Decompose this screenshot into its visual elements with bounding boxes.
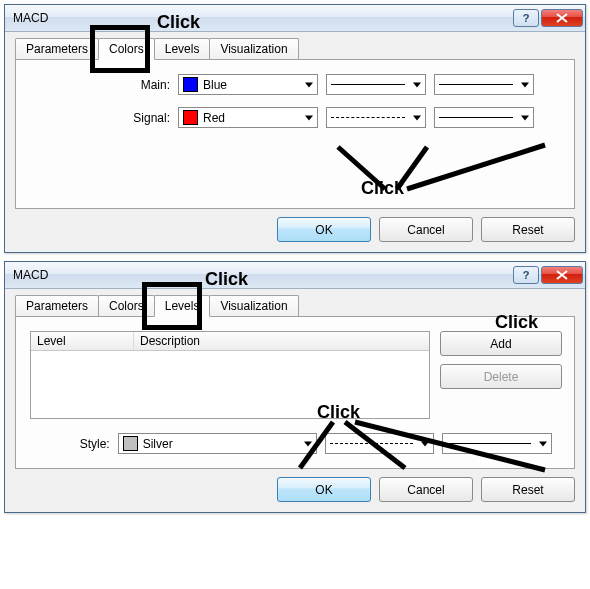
list-header: Level Description (31, 332, 429, 351)
style-color-combo[interactable]: Silver (118, 433, 317, 454)
style-linestyle-combo[interactable] (325, 433, 435, 454)
signal-linewidth-combo[interactable] (434, 107, 534, 128)
tab-visualization[interactable]: Visualization (209, 295, 298, 316)
macd-dialog-levels: MACD ? Parameters Colors Levels Visualiz… (4, 261, 586, 513)
main-label: Main: (30, 78, 178, 92)
main-linewidth-combo[interactable] (434, 74, 534, 95)
tabstrip: Parameters Colors Levels Visualization (15, 295, 575, 316)
tab-colors[interactable]: Colors (98, 295, 155, 316)
signal-color-combo[interactable]: Red (178, 107, 318, 128)
chevron-down-icon (421, 441, 429, 446)
main-linestyle-combo[interactable] (326, 74, 426, 95)
close-button[interactable] (541, 266, 583, 284)
tab-levels[interactable]: Levels (154, 295, 211, 317)
ok-button[interactable]: OK (277, 477, 371, 502)
tabstrip: Parameters Colors Levels Visualization (15, 38, 575, 59)
line-style-icon (330, 443, 414, 444)
chevron-down-icon (413, 115, 421, 120)
main-color-value: Blue (203, 78, 227, 92)
tab-parameters[interactable]: Parameters (15, 38, 99, 59)
ok-button[interactable]: OK (277, 217, 371, 242)
reset-button[interactable]: Reset (481, 477, 575, 502)
chevron-down-icon (305, 115, 313, 120)
colors-panel: Main: Blue Signal: (15, 59, 575, 209)
chevron-down-icon (539, 441, 547, 446)
column-level[interactable]: Level (31, 332, 134, 350)
main-color-combo[interactable]: Blue (178, 74, 318, 95)
close-button[interactable] (541, 9, 583, 27)
chevron-down-icon (304, 441, 312, 446)
window-title: MACD (13, 11, 511, 25)
line-width-icon (439, 84, 513, 85)
titlebar[interactable]: MACD ? (5, 262, 585, 289)
chevron-down-icon (305, 82, 313, 87)
chevron-down-icon (521, 115, 529, 120)
window-title: MACD (13, 268, 511, 282)
color-swatch-icon (183, 110, 198, 125)
style-label: Style: (30, 437, 118, 451)
signal-linestyle-combo[interactable] (326, 107, 426, 128)
reset-button[interactable]: Reset (481, 217, 575, 242)
column-description[interactable]: Description (134, 332, 429, 350)
delete-button[interactable]: Delete (440, 364, 562, 389)
line-style-icon (331, 117, 405, 118)
cancel-button[interactable]: Cancel (379, 477, 473, 502)
add-button[interactable]: Add (440, 331, 562, 356)
style-color-value: Silver (143, 437, 173, 451)
signal-label: Signal: (30, 111, 178, 125)
color-swatch-icon (183, 77, 198, 92)
line-width-icon (447, 443, 531, 444)
tab-colors[interactable]: Colors (98, 38, 155, 60)
titlebar[interactable]: MACD ? (5, 5, 585, 32)
help-button[interactable]: ? (513, 266, 539, 284)
macd-dialog-colors: MACD ? Parameters Colors Levels Visualiz… (4, 4, 586, 253)
chevron-down-icon (413, 82, 421, 87)
line-style-icon (331, 84, 405, 85)
signal-color-value: Red (203, 111, 225, 125)
line-width-icon (439, 117, 513, 118)
levels-panel: Level Description Add Delete Style: Silv… (15, 316, 575, 469)
chevron-down-icon (521, 82, 529, 87)
tab-levels[interactable]: Levels (154, 38, 211, 59)
style-linewidth-combo[interactable] (442, 433, 552, 454)
cancel-button[interactable]: Cancel (379, 217, 473, 242)
color-swatch-icon (123, 436, 138, 451)
tab-parameters[interactable]: Parameters (15, 295, 99, 316)
levels-list[interactable]: Level Description (30, 331, 430, 419)
tab-visualization[interactable]: Visualization (209, 38, 298, 59)
help-button[interactable]: ? (513, 9, 539, 27)
